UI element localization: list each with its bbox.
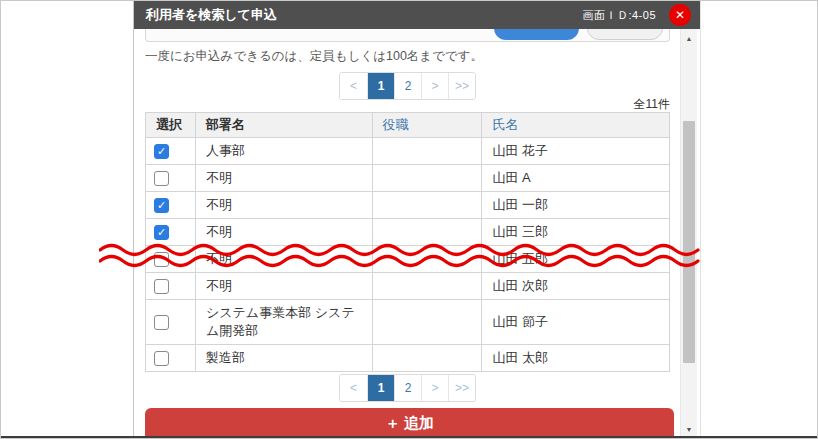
pagination-page-1[interactable]: 1 — [367, 375, 394, 401]
capacity-notice: 一度にお申込みできるのは、定員もしくは100名までです。 — [145, 48, 483, 65]
pagination-page->[interactable]: > — [421, 375, 448, 401]
table-header-row: 選択部署名役職氏名 — [146, 113, 670, 138]
column-header[interactable]: 氏名 — [482, 113, 670, 138]
department-cell: 不明 — [195, 219, 372, 246]
select-cell: ✓ — [146, 192, 196, 219]
checkbox-checked[interactable]: ✓ — [154, 144, 169, 159]
position-cell — [372, 300, 482, 345]
column-header: 選択 — [146, 113, 196, 138]
table-row: ✓不明山田 三郎 — [146, 219, 670, 246]
checkbox-unchecked[interactable] — [154, 315, 169, 330]
position-cell — [372, 138, 482, 165]
select-cell: ✓ — [146, 138, 196, 165]
position-cell — [372, 219, 482, 246]
department-cell: 製造部 — [195, 345, 372, 372]
department-cell: システム事業本部 システム開発部 — [195, 300, 372, 345]
column-header: 部署名 — [195, 113, 372, 138]
name-cell: 山田 太郎 — [482, 345, 670, 372]
checkbox-unchecked[interactable] — [154, 351, 169, 366]
select-cell — [146, 165, 196, 192]
add-button[interactable]: ＋追加 — [145, 408, 674, 439]
scroll-up-icon[interactable]: ▲ — [681, 31, 697, 47]
name-cell: 山田 五郎 — [482, 246, 670, 273]
pagination-page-2[interactable]: 2 — [394, 375, 421, 401]
screenshot-frame: 利用者を検索して申込 画面ＩＤ:4-05 ✕ 一度にお申込みできるのは、定員もし… — [0, 0, 818, 439]
department-cell: 不明 — [195, 273, 372, 300]
plus-icon: ＋ — [385, 414, 400, 431]
scrollbar-thumb[interactable] — [683, 121, 695, 363]
pagination-control: <12>>> — [339, 374, 476, 402]
checkbox-unchecked[interactable] — [154, 279, 169, 294]
name-cell: 山田 次郎 — [482, 273, 670, 300]
dialog-titlebar: 利用者を検索して申込 画面ＩＤ:4-05 ✕ — [134, 1, 700, 29]
table-row: 製造部山田 太郎 — [146, 345, 670, 372]
position-cell — [372, 273, 482, 300]
name-cell: 山田 三郎 — [482, 219, 670, 246]
name-cell: 山田 花子 — [482, 138, 670, 165]
department-cell: 不明 — [195, 165, 372, 192]
name-cell: 山田 A — [482, 165, 670, 192]
pagination-page-<[interactable]: < — [340, 375, 367, 401]
table-row: ✓不明山田 一郎 — [146, 192, 670, 219]
select-cell: ✓ — [146, 219, 196, 246]
position-cell — [372, 165, 482, 192]
checkbox-unchecked[interactable] — [154, 171, 169, 186]
department-cell: 不明 — [195, 192, 372, 219]
user-search-dialog: 利用者を検索して申込 画面ＩＤ:4-05 ✕ 一度にお申込みできるのは、定員もし… — [133, 1, 701, 439]
department-cell: 不明 — [195, 246, 372, 273]
scrollbar[interactable]: ▲ ▼ — [680, 29, 697, 439]
checkbox-checked[interactable]: ✓ — [154, 198, 169, 213]
name-cell: 山田 一郎 — [482, 192, 670, 219]
add-button-label: 追加 — [404, 414, 434, 431]
checkbox-checked[interactable]: ✓ — [154, 225, 169, 240]
table-row: システム事業本部 システム開発部山田 節子 — [146, 300, 670, 345]
position-cell — [372, 345, 482, 372]
close-icon[interactable]: ✕ — [669, 4, 691, 26]
position-cell — [372, 192, 482, 219]
select-cell — [146, 273, 196, 300]
select-cell — [146, 300, 196, 345]
table-row: 不明山田 次郎 — [146, 273, 670, 300]
users-table: 選択部署名役職氏名 ✓人事部山田 花子不明山田 A✓不明山田 一郎✓不明山田 三… — [145, 112, 670, 372]
select-cell — [146, 345, 196, 372]
select-cell — [146, 246, 196, 273]
window-bottom-edge — [1, 436, 817, 438]
screen-id-label: 画面ＩＤ:4-05 — [582, 1, 656, 29]
pagination-bottom: <12>>> — [145, 374, 670, 402]
dialog-title: 利用者を検索して申込 — [146, 1, 277, 29]
table-row-torn: 不明山田 五郎 — [146, 246, 670, 273]
total-count-label: 全11件 — [145, 96, 670, 113]
pagination-page->>[interactable]: >> — [448, 375, 475, 401]
table-row: 不明山田 A — [146, 165, 670, 192]
checkbox-unchecked[interactable] — [154, 252, 169, 267]
table-row: ✓人事部山田 花子 — [146, 138, 670, 165]
department-cell: 人事部 — [195, 138, 372, 165]
column-header[interactable]: 役職 — [372, 113, 482, 138]
position-cell — [372, 246, 482, 273]
name-cell: 山田 節子 — [482, 300, 670, 345]
